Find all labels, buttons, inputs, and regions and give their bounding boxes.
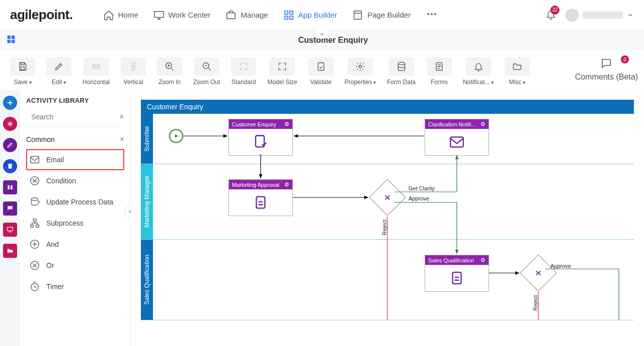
search-input[interactable] xyxy=(31,113,119,121)
update-data-icon xyxy=(29,196,40,207)
misc-button[interactable]: Misc xyxy=(501,57,534,86)
activity-and[interactable]: And xyxy=(26,234,124,255)
nav-app-builder[interactable]: App Builder xyxy=(283,10,338,21)
save-button[interactable]: Save xyxy=(6,57,39,86)
svg-rect-4 xyxy=(284,16,287,19)
nav-page-builder[interactable]: Page Builder xyxy=(352,10,411,21)
svg-rect-12 xyxy=(8,40,11,43)
lane-label-marketing-manager[interactable]: Marketing Manager xyxy=(141,164,153,239)
rail-monitor-button[interactable] xyxy=(3,223,17,237)
apps-grid-button[interactable] xyxy=(0,34,22,46)
collapse-header-button[interactable] xyxy=(314,30,330,39)
rail-clipboard-button[interactable] xyxy=(3,159,17,173)
form-data-button[interactable]: Form Data xyxy=(383,57,420,86)
activity-or[interactable]: Or xyxy=(26,255,124,276)
activity-timer[interactable]: Timer xyxy=(26,276,124,297)
zoom-out-icon xyxy=(202,61,212,72)
node-customer-enquiry[interactable]: Customer Enquiry⚙ xyxy=(228,119,293,156)
workflow-canvas[interactable]: Customer Enquiry Submitter Customer Enqu… xyxy=(131,90,644,346)
node-gear-icon[interactable]: ⚙ xyxy=(284,121,289,127)
lane-label-sales-qualification[interactable]: Sales Qualification xyxy=(141,240,153,320)
condition-icon xyxy=(533,267,544,279)
expand-icon xyxy=(277,62,288,71)
monitor-icon xyxy=(153,10,165,21)
node-sales-qualification[interactable]: Sales Qualification⚙ xyxy=(425,255,489,292)
node-clarification-notif[interactable]: Clarification Notifi...⚙ xyxy=(425,119,489,156)
activity-subprocess[interactable]: Subprocess xyxy=(26,213,124,234)
svg-rect-26 xyxy=(8,227,13,231)
bell-icon xyxy=(473,61,484,72)
horizontal-button[interactable]: Horizontal xyxy=(78,57,114,86)
edit-button[interactable]: Edit xyxy=(42,57,75,86)
rail-activity-library-button[interactable] xyxy=(3,117,17,131)
rail-edit-button[interactable] xyxy=(3,138,17,152)
vertical-button[interactable]: Vertical xyxy=(117,57,150,86)
gear-icon xyxy=(355,61,365,72)
nav-work-center[interactable]: Work Center xyxy=(153,10,211,21)
svg-rect-24 xyxy=(8,185,10,189)
rail-folder-button[interactable] xyxy=(3,244,17,258)
node-marketing-approval[interactable]: Marketing Approval⚙ xyxy=(228,179,293,216)
activity-email[interactable]: Email xyxy=(26,149,124,170)
lane-label-submitter[interactable]: Submitter xyxy=(141,114,153,164)
page-icon xyxy=(352,10,363,21)
rail-columns-button[interactable] xyxy=(3,180,17,194)
notifications-button[interactable]: 32 xyxy=(545,9,556,22)
notification-button[interactable]: Notificat... xyxy=(459,57,498,86)
library-section: Common xyxy=(26,135,55,144)
activity-condition[interactable]: Condition xyxy=(26,170,124,191)
zoom-out-button[interactable]: Zoom Out xyxy=(189,57,224,86)
rail-folder-icon xyxy=(7,247,14,254)
activity-update-process-data[interactable]: Update Process Data xyxy=(26,191,124,213)
nav-home[interactable]: Home xyxy=(103,10,138,21)
zoom-in-icon xyxy=(165,61,175,72)
display-icon xyxy=(7,226,14,233)
properties-button[interactable]: Properties xyxy=(341,57,380,86)
comments-button[interactable]: 0 Comments (Beta) xyxy=(575,57,638,82)
clear-search-button[interactable]: × xyxy=(119,112,124,121)
gateway-decision-1[interactable] xyxy=(369,179,406,216)
svg-point-20 xyxy=(359,65,362,68)
rail-comment-button[interactable] xyxy=(3,201,17,216)
clipboard-lines-icon xyxy=(252,194,269,211)
columns-icon xyxy=(7,184,14,191)
play-icon xyxy=(173,133,179,139)
svg-rect-33 xyxy=(36,225,39,228)
svg-rect-16 xyxy=(94,65,98,68)
database-icon xyxy=(396,61,407,72)
start-event[interactable] xyxy=(169,129,183,143)
edge-label-approve: Approve xyxy=(409,195,429,201)
clear-section-button[interactable]: × xyxy=(120,135,124,144)
nav-manage[interactable]: Manage xyxy=(225,10,268,21)
plus-icon xyxy=(6,99,14,107)
edge-label-reject-2: Reject xyxy=(532,295,538,311)
folder-icon xyxy=(512,61,522,72)
standard-button[interactable]: Standard xyxy=(227,57,260,86)
gateway-decision-2[interactable] xyxy=(520,254,557,292)
library-title: ACTIVITY LIBRARY xyxy=(26,97,124,104)
model-size-button[interactable]: Model Size xyxy=(263,57,301,86)
nav-more-button[interactable] xyxy=(426,8,438,22)
edge-label-get-clarity: Get Clarity xyxy=(409,185,435,191)
forms-button[interactable]: Forms xyxy=(423,57,456,86)
node-gear-icon[interactable]: ⚙ xyxy=(284,181,289,188)
node-gear-icon[interactable]: ⚙ xyxy=(480,121,486,127)
rail-add-button[interactable] xyxy=(3,96,17,110)
chevron-up-icon xyxy=(319,32,325,37)
activity-library-sidebar: ACTIVITY LIBRARY × Common × Email Condit… xyxy=(20,90,131,346)
svg-rect-19 xyxy=(318,63,324,71)
or-icon xyxy=(29,260,40,271)
envelope-icon xyxy=(448,133,465,151)
svg-rect-38 xyxy=(450,137,463,147)
svg-rect-2 xyxy=(284,11,287,14)
user-menu[interactable] xyxy=(566,9,634,22)
validate-icon xyxy=(316,61,326,72)
svg-rect-5 xyxy=(290,16,293,19)
node-gear-icon[interactable]: ⚙ xyxy=(480,257,486,263)
svg-rect-40 xyxy=(453,272,461,284)
chevron-down-icon xyxy=(627,12,634,19)
validate-button[interactable]: Validate xyxy=(304,57,338,86)
svg-rect-15 xyxy=(21,67,25,70)
clipboard-lines-icon xyxy=(448,269,465,287)
zoom-in-button[interactable]: Zoom In xyxy=(153,57,186,86)
